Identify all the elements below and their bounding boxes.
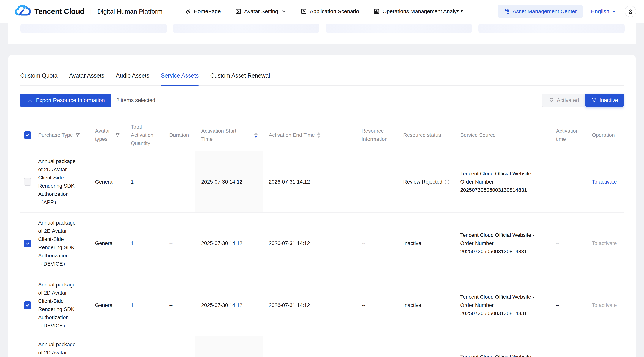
nav-label: HomePage <box>194 8 221 14</box>
duration-value: -- <box>169 178 173 186</box>
tab-bar: Custom Quota Avatar Assets Audio Assets … <box>20 55 624 86</box>
column-duration: Duration <box>169 131 189 139</box>
tab-service-assets[interactable]: Service Assets <box>161 72 199 85</box>
export-button-label: Export Resource Information <box>36 97 105 104</box>
nav-avatar-setting[interactable]: Avatar Setting <box>235 8 286 15</box>
chevron-down-icon <box>612 9 616 14</box>
topbar-right: Asset Management Center English <box>498 5 636 18</box>
stats-band <box>8 23 636 44</box>
column-avatar-types: Avatar types <box>95 127 113 143</box>
status-filter-toggle: Activated Inactive <box>542 94 624 107</box>
main-nav: HomePage Avatar Setting Application Scen… <box>184 8 464 15</box>
tencent-cloud-logo-icon <box>14 4 32 18</box>
select-all-checkbox[interactable] <box>24 131 31 139</box>
start-time-value: 2025-07-30 14:12 <box>201 178 242 186</box>
avatar-type-value: General <box>95 239 114 248</box>
language-selector[interactable]: English <box>591 8 616 14</box>
activated-label: Activated <box>557 97 579 104</box>
user-avatar[interactable] <box>624 6 636 17</box>
chevron-down-icon <box>282 9 286 14</box>
stat-card-partial <box>478 24 624 33</box>
avatar-type-value: General <box>95 178 114 186</box>
nav-operations-management-analysis[interactable]: Operations Management Analysis <box>373 8 464 15</box>
row-checkbox[interactable] <box>24 240 31 247</box>
language-label: English <box>591 8 609 14</box>
info-icon[interactable] <box>444 179 450 185</box>
duration-value: -- <box>169 239 173 248</box>
stat-card-partial <box>326 24 472 33</box>
activation-time-value: -- <box>556 301 560 309</box>
export-resource-information-button[interactable]: Export Resource Information <box>20 94 112 107</box>
brand-name: Tencent Cloud <box>34 7 84 16</box>
inactive-label: Inactive <box>600 97 618 104</box>
toolbar: Export Resource Information 2 items sele… <box>20 94 624 107</box>
column-activation-start-time: Activation Start Time <box>201 127 241 143</box>
start-time-value: 2025-07-30 14:12 <box>201 239 242 248</box>
column-resource-status: Resource status <box>403 131 441 139</box>
activation-time-value: -- <box>556 178 560 186</box>
page-gap <box>0 44 644 55</box>
table-header-row: Purchase Type Avatar types Total Activat… <box>20 119 624 151</box>
status-value: Inactive <box>403 301 421 309</box>
column-purchase-type: Purchase Type <box>38 131 73 139</box>
to-activate-link[interactable]: To activate <box>592 178 617 186</box>
end-time-value: 2026-07-31 14:12 <box>269 301 310 309</box>
service-source-value: Tencent Cloud Official Website - Order N… <box>460 353 541 357</box>
activated-filter-button[interactable]: Activated <box>542 94 585 107</box>
service-source-value: Tencent Cloud Official Website - Order N… <box>460 293 541 318</box>
tab-custom-asset-renewal[interactable]: Custom Asset Renewal <box>210 72 270 85</box>
asset-center-label: Asset Management Center <box>513 8 577 14</box>
column-service-source: Service Source <box>460 131 496 139</box>
resource-info-value: -- <box>362 301 365 309</box>
sort-icon[interactable] <box>317 132 320 138</box>
table-row: Annual package of 2D Avatar Client-Side … <box>20 336 624 357</box>
asset-management-center-button[interactable]: Asset Management Center <box>498 5 583 18</box>
page: Tencent Cloud | Digital Human Platform H… <box>0 0 644 357</box>
quantity-value: 1 <box>131 178 134 186</box>
resource-info-value: -- <box>362 178 365 186</box>
status-value: Inactive <box>403 239 421 248</box>
quantity-value: 1 <box>131 301 134 309</box>
nav-homepage[interactable]: HomePage <box>184 8 221 15</box>
avatar-square-icon <box>235 8 242 15</box>
selection-count-text: 2 items selected <box>116 97 156 104</box>
purchase-type-value: Annual package of 2D Avatar Client-Side … <box>38 219 78 268</box>
start-time-value: 2025-07-30 14:12 <box>201 301 242 309</box>
filter-icon[interactable] <box>75 132 80 138</box>
row-checkbox[interactable] <box>24 178 31 186</box>
nav-label: Avatar Setting <box>244 8 278 14</box>
stat-card-partial <box>173 24 320 33</box>
bulb-glow-icon <box>591 97 597 104</box>
tab-avatar-assets[interactable]: Avatar Assets <box>69 72 104 85</box>
end-time-value: 2026-07-31 14:12 <box>269 239 310 248</box>
status-value: Review Rejected <box>403 178 442 186</box>
nav-label: Operations Management Analysis <box>382 8 464 14</box>
quantity-value: 1 <box>131 239 134 248</box>
sort-icon-descending[interactable] <box>254 132 258 138</box>
download-icon <box>27 97 33 103</box>
person-icon <box>627 8 634 15</box>
top-navbar: Tencent Cloud | Digital Human Platform H… <box>0 0 644 23</box>
to-activate-link-disabled[interactable]: To activate <box>592 301 617 309</box>
stack-icon <box>184 8 191 15</box>
asset-management-card: Custom Quota Avatar Assets Audio Assets … <box>8 55 636 357</box>
tab-audio-assets[interactable]: Audio Assets <box>116 72 149 85</box>
column-activation-time: Activation time <box>556 127 581 143</box>
duration-value: -- <box>169 301 173 309</box>
nav-application-scenario[interactable]: Application Scenario <box>300 8 359 15</box>
inactive-filter-button[interactable]: Inactive <box>585 94 624 107</box>
resource-info-value: -- <box>362 239 365 248</box>
filter-icon[interactable] <box>115 132 120 138</box>
to-activate-link-disabled[interactable]: To activate <box>592 239 617 248</box>
brand-group[interactable]: Tencent Cloud | Digital Human Platform <box>14 4 162 18</box>
database-icon <box>504 8 510 14</box>
service-source-value: Tencent Cloud Official Website - Order N… <box>460 231 541 256</box>
table-row: Annual package of 2D Avatar Client-Side … <box>20 274 624 336</box>
tab-custom-quota[interactable]: Custom Quota <box>20 72 58 85</box>
nav-label: Application Scenario <box>310 8 359 14</box>
chart-square-icon <box>373 8 380 15</box>
column-activation-end-time: Activation End Time <box>269 131 315 139</box>
row-checkbox[interactable] <box>24 302 31 309</box>
column-resource-information: Resource Information <box>362 127 390 143</box>
end-time-value: 2026-07-31 14:12 <box>269 178 310 186</box>
